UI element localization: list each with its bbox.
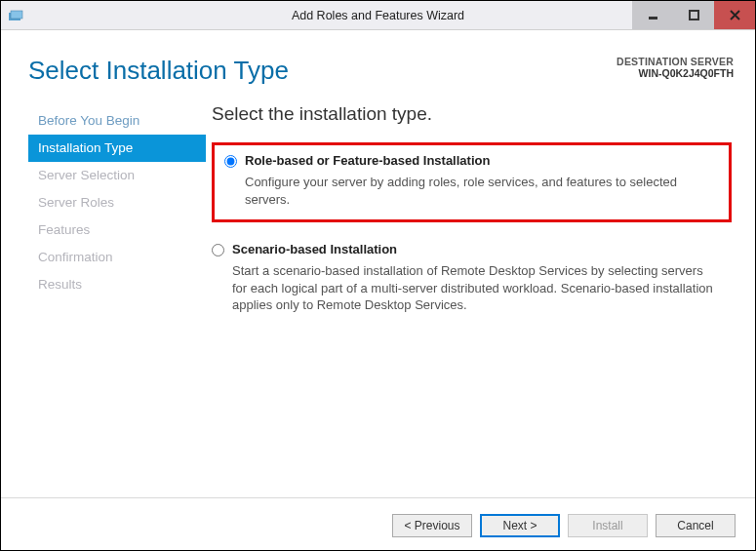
sidebar: Before You Begin Installation Type Serve… <box>1 103 206 335</box>
titlebar: Add Roles and Features Wizard <box>1 1 755 30</box>
cancel-button[interactable]: Cancel <box>656 514 736 537</box>
install-button: Install <box>568 514 648 537</box>
footer: < Previous Next > Install Cancel <box>1 497 755 551</box>
minimize-button[interactable] <box>632 1 673 29</box>
next-button[interactable]: Next > <box>480 514 560 537</box>
svg-rect-1 <box>11 11 22 19</box>
main-panel: Select the installation type. Role-based… <box>206 103 755 335</box>
svg-rect-2 <box>649 17 657 20</box>
sidebar-item-features: Features <box>28 216 206 244</box>
maximize-button[interactable] <box>673 1 714 29</box>
header-area: Select Installation Type DESTINATION SER… <box>1 30 755 96</box>
radio-role-based[interactable] <box>224 155 237 168</box>
highlight-box: Role-based or Feature-based Installation… <box>212 142 732 222</box>
page-title: Select Installation Type <box>28 56 289 86</box>
option-scenario-based[interactable]: Scenario-based Installation <box>212 242 732 256</box>
option-role-based-title: Role-based or Feature-based Installation <box>245 153 490 168</box>
option-role-based-desc: Configure your server by adding roles, r… <box>245 174 719 208</box>
radio-scenario-based[interactable] <box>212 244 224 256</box>
sidebar-item-server-roles: Server Roles <box>28 189 206 216</box>
main-heading: Select the installation type. <box>212 103 732 125</box>
sidebar-item-confirmation: Confirmation <box>28 244 206 271</box>
app-icon <box>7 7 24 24</box>
option-role-based[interactable]: Role-based or Feature-based Installation <box>224 153 719 168</box>
sidebar-item-before-you-begin[interactable]: Before You Begin <box>28 107 206 135</box>
destination-block: DESTINATION SERVER WIN-Q0K2J4Q0FTH <box>617 56 734 79</box>
close-button[interactable] <box>714 1 755 29</box>
destination-name: WIN-Q0K2J4Q0FTH <box>617 67 734 79</box>
previous-button[interactable]: < Previous <box>392 514 472 537</box>
sidebar-item-server-selection: Server Selection <box>28 162 206 189</box>
svg-rect-3 <box>690 11 698 20</box>
option-scenario-based-desc: Start a scenario-based installation of R… <box>232 262 720 314</box>
sidebar-item-installation-type[interactable]: Installation Type <box>28 135 206 162</box>
sidebar-item-results: Results <box>28 271 206 298</box>
window-controls <box>632 1 755 29</box>
destination-label: DESTINATION SERVER <box>617 56 734 67</box>
option-scenario-based-title: Scenario-based Installation <box>232 242 397 256</box>
